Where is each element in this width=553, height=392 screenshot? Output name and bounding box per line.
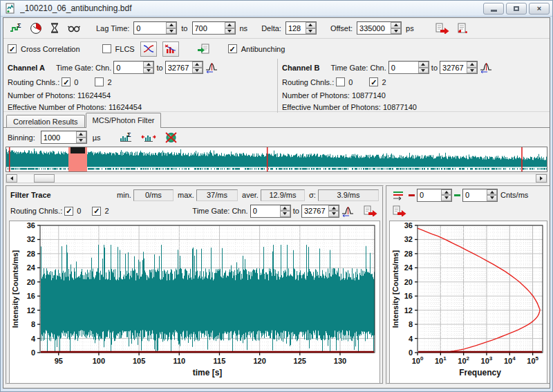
svg-text:24: 24 [27, 263, 36, 272]
upper-threshold-spinbox [462, 189, 498, 202]
tcspc-peak-icon[interactable] [478, 60, 494, 75]
tcspc-peak-icon[interactable] [339, 204, 356, 218]
overview-scrollbar[interactable] [6, 174, 547, 183]
delta-input[interactable] [286, 22, 306, 34]
tab-correlation-results[interactable]: Correlation Results [6, 115, 85, 128]
filter-gate-to-input[interactable] [302, 205, 328, 217]
spin-up-button[interactable] [306, 22, 316, 28]
lag-from-input[interactable] [134, 22, 166, 34]
spin-up-button[interactable] [166, 22, 176, 28]
scrollbar-thumb[interactable] [34, 174, 55, 183]
report-icon[interactable] [455, 21, 470, 35]
spin-up-button[interactable] [391, 22, 401, 28]
channel-a-gate-to-input[interactable] [166, 62, 192, 73]
clear-filter-icon[interactable] [163, 130, 179, 145]
spin-up-button[interactable] [418, 62, 429, 68]
cross-correlation-checkbox[interactable]: ✓ [8, 44, 17, 53]
spin-up-button[interactable] [76, 131, 86, 138]
time-trace-plot: 0481216202428323695100105110115120125130… [10, 221, 379, 382]
channel-b-routing-0-checkbox[interactable] [336, 77, 345, 86]
acquisition-clock-icon[interactable] [28, 21, 44, 36]
spin-up-button[interactable] [441, 189, 451, 196]
spin-down-button[interactable] [166, 28, 176, 35]
channel-b-gate-to-input[interactable] [440, 62, 467, 73]
lower-threshold-spinbox [417, 189, 452, 202]
antibunching-checkbox[interactable]: ✓ [228, 44, 237, 53]
sum-trace-icon[interactable]: Σ [118, 130, 134, 144]
channel-a-routing-0-checkbox[interactable]: ✓ [62, 77, 71, 86]
overview-trace-strip[interactable] [6, 147, 547, 172]
svg-text:Σ: Σ [127, 131, 131, 138]
filter-gate-from-input[interactable] [251, 205, 280, 217]
channel-b-routing-2-checkbox[interactable]: ✓ [369, 77, 378, 86]
spin-down-button[interactable] [487, 195, 497, 201]
channel-a-routing-2-checkbox[interactable] [95, 77, 104, 86]
spin-up-button[interactable] [143, 62, 153, 68]
svg-text:8: 8 [31, 320, 35, 328]
spin-down-button[interactable] [328, 211, 339, 217]
scroll-right-button[interactable] [536, 174, 547, 183]
channel-a-effective-photon-count: Effective Number of Photons: 11624454 [8, 101, 273, 113]
binning-unit-label: µs [93, 133, 101, 142]
channel-a-panel: Channel A Time Gate: Chn. to [3, 59, 277, 113]
spin-up-button[interactable] [467, 62, 477, 68]
export-data-icon[interactable] [362, 204, 379, 218]
scrollbar-track[interactable] [17, 174, 536, 183]
aver-value-field: 12.9/ms [261, 189, 305, 201]
titlebar: _100210_06_antibunching.bdf × [1, 1, 552, 17]
intensity-threshold-icon[interactable] [391, 189, 406, 202]
spin-down-button[interactable] [441, 195, 451, 201]
export-data-icon[interactable] [433, 21, 451, 35]
svg-text:Σ: Σ [17, 22, 21, 29]
channel-b-gate-to-label: to [431, 64, 438, 72]
overview-chart[interactable] [6, 147, 547, 171]
lower-threshold-input[interactable] [418, 189, 441, 201]
spin-down-button[interactable] [467, 68, 477, 74]
hourglass-icon[interactable] [48, 21, 62, 35]
spin-down-button[interactable] [418, 68, 429, 74]
correlate-icon[interactable]: Σ [8, 21, 24, 35]
spin-up-button[interactable] [192, 62, 203, 68]
result-tabs: Correlation Results MCS/Photon Filter [3, 112, 550, 127]
max-value-field: 37/ms [196, 189, 238, 201]
lag-to-spinbox [192, 21, 236, 35]
preview-binoculars-icon[interactable] [66, 22, 82, 35]
scroll-left-button[interactable] [6, 174, 17, 183]
channel-a-gate-from-input[interactable] [114, 62, 143, 73]
spin-down-button[interactable] [143, 68, 153, 74]
flcs-checkbox[interactable] [102, 44, 111, 53]
spin-up-button[interactable] [225, 22, 235, 28]
channel-a-gate-to-spinbox [165, 61, 203, 74]
correlation-curves-icon[interactable] [140, 41, 157, 57]
filter-routing-0-checkbox[interactable]: ✓ [64, 207, 73, 216]
tab-mcs-photon-filter[interactable]: MCS/Photon Filter [86, 113, 162, 128]
spin-up-button[interactable] [487, 189, 497, 196]
correlation-fit-icon[interactable] [162, 41, 179, 57]
offset-input[interactable] [357, 22, 391, 34]
main-toolbar: Σ Lag Time: to ns Delt [3, 18, 550, 39]
lag-to-input[interactable] [193, 22, 225, 34]
spin-up-button[interactable] [328, 205, 339, 212]
copy-results-icon[interactable] [196, 42, 212, 56]
spin-down-button[interactable] [280, 211, 290, 217]
upper-threshold-input[interactable] [463, 189, 487, 201]
spin-down-button[interactable] [225, 28, 235, 35]
tcspc-peak-icon[interactable] [203, 60, 220, 75]
svg-text:103: 103 [481, 355, 493, 365]
channel-b-gate-from-input[interactable] [389, 62, 418, 73]
binning-input[interactable] [41, 131, 76, 143]
close-button[interactable]: × [529, 3, 550, 15]
mcs-photon-filter-page: Binning: µs Σ [3, 127, 550, 384]
spin-down-button[interactable] [192, 68, 203, 74]
minimize-icon [491, 10, 497, 12]
spin-up-button[interactable] [280, 205, 290, 212]
minimize-button[interactable] [483, 3, 504, 15]
export-data-icon[interactable] [391, 204, 408, 218]
spin-down-button[interactable] [391, 28, 401, 35]
filter-routing-2-checkbox[interactable]: ✓ [92, 207, 101, 216]
channel-a-timegate-label: Time Gate: Chn. [56, 64, 111, 72]
spin-down-button[interactable] [76, 138, 86, 144]
spin-down-button[interactable] [306, 28, 316, 35]
fit-time-range-icon[interactable] [140, 130, 158, 144]
restore-button[interactable] [506, 3, 527, 15]
